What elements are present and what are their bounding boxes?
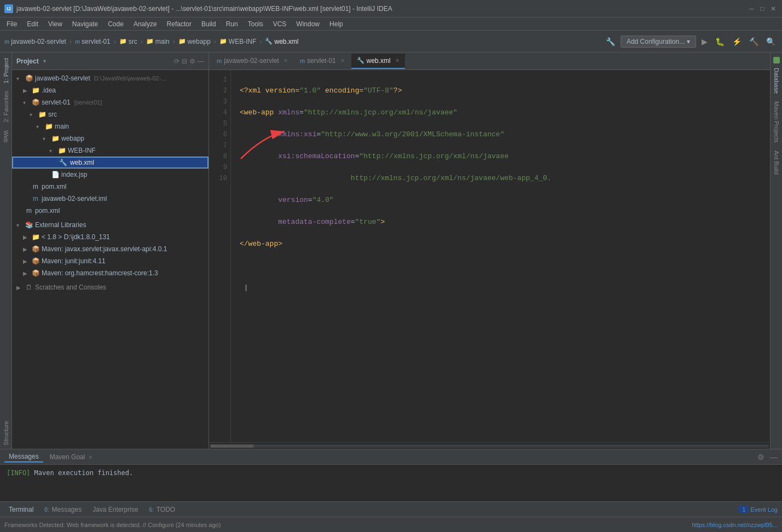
- tab-close-1[interactable]: ✕: [340, 57, 345, 63]
- collapse-all-icon[interactable]: ⊟: [182, 57, 187, 65]
- vtab-favorites[interactable]: 2: Favorites: [1, 88, 11, 125]
- bottom-tab-messages[interactable]: Messages: [4, 452, 43, 462]
- hide-icon[interactable]: —: [198, 57, 204, 65]
- status-url[interactable]: https://blog.csdn.net/nzzwpl95...: [692, 522, 778, 528]
- tab-servlet01[interactable]: m servlet-01 ✕: [294, 54, 350, 69]
- menu-navigate[interactable]: Navigate: [68, 19, 102, 29]
- indexjsp-icon: 📄: [51, 171, 60, 178]
- tree-item-servlet01[interactable]: ▾ 📦 servlet-01 [servlet01]: [12, 96, 208, 108]
- bottom-panel: Messages Maven Goal ✕ ⚙ — [INFO] Maven e…: [0, 449, 782, 501]
- breadcrumb-main[interactable]: 📁 main: [146, 38, 170, 45]
- menu-file[interactable]: File: [2, 19, 21, 29]
- tab-close-2[interactable]: ✕: [395, 57, 399, 63]
- menu-bar: File Edit View Navigate Code Analyze Ref…: [0, 18, 782, 31]
- idea-folder-icon: 📁: [31, 86, 40, 94]
- tree-item-scratches[interactable]: ▶ 🗒 Scratches and Consoles: [12, 281, 208, 293]
- tree-item-webxml[interactable]: 🔧 web.xml: [12, 157, 208, 169]
- vtab-ant[interactable]: Ant Build: [772, 147, 781, 178]
- vtab-structure[interactable]: Structure: [1, 418, 11, 449]
- menu-run[interactable]: Run: [222, 19, 242, 29]
- sync-icon[interactable]: ⟳: [174, 57, 179, 65]
- tree-item-webapp[interactable]: ▾ 📁 webapp: [12, 132, 208, 144]
- breadcrumb-project[interactable]: m javaweb-02-servlet: [4, 38, 66, 45]
- jdk-icon: 📁: [31, 233, 40, 241]
- project-panel: Project ▾ ⟳ ⊟ ⚙ — ▾ 📦 javaweb-02-servlet…: [12, 53, 209, 449]
- horizontal-scrollbar[interactable]: [209, 442, 770, 449]
- minimize-button[interactable]: ─: [747, 4, 756, 13]
- code-editor[interactable]: 1 2 3 4 5 6 7 8 9 10 <?xml version="1.0"…: [209, 70, 770, 442]
- menu-window[interactable]: Window: [292, 19, 324, 29]
- bottom-tab-maven[interactable]: Maven Goal ✕: [45, 452, 97, 462]
- close-button[interactable]: ✕: [769, 4, 778, 13]
- footer-tab-java-enterprise[interactable]: Java Enterprise: [88, 505, 142, 514]
- tree-item-webinf[interactable]: ▾ 📁 WEB-INF: [12, 144, 208, 157]
- profile-button[interactable]: ⚡: [730, 36, 744, 47]
- code-content[interactable]: <?xml version="1.0" encoding="UTF-8"?> <…: [231, 70, 770, 442]
- extlibs-icon: 📚: [25, 221, 33, 229]
- bottom-tabs: Messages Maven Goal ✕ ⚙ —: [0, 449, 782, 465]
- tree-item-src[interactable]: ▾ 📁 src: [12, 108, 208, 120]
- vtab-database[interactable]: Database: [772, 65, 781, 97]
- webxml-tree-icon: 🔧: [59, 159, 67, 166]
- tab-webxml[interactable]: 🔧 web.xml ✕: [351, 54, 405, 69]
- tree-item-maven2[interactable]: ▶ 📦 Maven: junit:junit:4.11: [12, 255, 208, 267]
- breadcrumb-webapp[interactable]: 📁 webapp: [178, 38, 211, 45]
- title-bar: IJ javaweb-02-servlet [D:\JavaWeb\javawe…: [0, 0, 782, 18]
- project-dropdown-arrow[interactable]: ▾: [43, 58, 46, 64]
- breadcrumb-src[interactable]: 📁 src: [119, 38, 137, 45]
- tree-item-idea[interactable]: ▶ 📁 .idea: [12, 84, 208, 96]
- project-panel-title: Project: [16, 57, 39, 65]
- toolbar-search[interactable]: 🔍: [764, 36, 778, 47]
- pom1-icon: m: [31, 183, 40, 190]
- vtab-web[interactable]: Web: [2, 127, 10, 146]
- tree-item-maven1[interactable]: ▶ 📦 Maven: javax.servlet:javax.servlet-a…: [12, 243, 208, 255]
- bottom-minimize-icon[interactable]: —: [770, 453, 778, 461]
- maven1-icon: 📦: [31, 245, 40, 253]
- project-icon: m: [4, 38, 9, 45]
- menu-vcs[interactable]: VCS: [269, 19, 291, 29]
- line-numbers: 1 2 3 4 5 6 7 8 9 10: [209, 70, 231, 442]
- settings-icon[interactable]: ⚙: [189, 57, 195, 65]
- tab-root-project[interactable]: m javaweb-02-servlet ✕: [211, 54, 293, 69]
- menu-refactor[interactable]: Refactor: [163, 19, 196, 29]
- tree-item-pom1[interactable]: m pom.xml: [12, 181, 208, 193]
- toolbar: m javaweb-02-servlet › m servlet-01 › 📁 …: [0, 31, 782, 53]
- tree-item-indexjsp[interactable]: 📄 index.jsp: [12, 169, 208, 181]
- menu-help[interactable]: Help: [325, 19, 347, 29]
- footer-tab-messages[interactable]: 0: Messages: [40, 505, 86, 514]
- tree-item-iml[interactable]: m javaweb-02-servlet.iml: [12, 193, 208, 205]
- tree-item-main[interactable]: ▾ 📁 main: [12, 120, 208, 132]
- menu-edit[interactable]: Edit: [22, 19, 43, 29]
- vtab-project[interactable]: 1: Project: [1, 55, 11, 86]
- menu-tools[interactable]: Tools: [244, 19, 268, 29]
- status-indicator: [773, 57, 780, 63]
- tree-item-pom2[interactable]: m pom.xml: [12, 205, 208, 217]
- menu-code[interactable]: Code: [103, 19, 128, 29]
- vtab-maven[interactable]: Maven Projects: [772, 98, 781, 146]
- footer-tool-tabs: Terminal 0: Messages Java Enterprise 6: …: [0, 501, 782, 517]
- webapp-folder-icon: 📁: [178, 38, 186, 45]
- maven-tab-close[interactable]: ✕: [88, 454, 92, 460]
- build-button[interactable]: 🔨: [747, 36, 761, 47]
- maximize-button[interactable]: □: [758, 4, 767, 13]
- tree-item-root[interactable]: ▾ 📦 javaweb-02-servlet D:\JavaWeb\javawe…: [12, 72, 208, 84]
- tree-item-maven3[interactable]: ▶ 📦 Maven: org.hamcrest:hamcrest-core:1.…: [12, 267, 208, 279]
- menu-build[interactable]: Build: [197, 19, 221, 29]
- app-icon: IJ: [4, 4, 13, 13]
- tree-item-jdk[interactable]: ▶ 📁 < 1.8 > D:\jdk1.8.0_131: [12, 231, 208, 243]
- menu-view[interactable]: View: [44, 19, 67, 29]
- tab-close-0[interactable]: ✕: [283, 57, 288, 63]
- bottom-settings-icon[interactable]: ⚙: [757, 453, 764, 461]
- footer-tab-terminal[interactable]: Terminal: [4, 505, 38, 514]
- debug-button[interactable]: 🐛: [713, 36, 727, 47]
- breadcrumb-servlet01[interactable]: m servlet-01: [75, 38, 111, 45]
- run-button[interactable]: ▶: [699, 36, 710, 47]
- breadcrumb-webinf[interactable]: 📁 WEB-INF: [219, 38, 257, 45]
- event-log-badge[interactable]: 1 Event Log: [739, 506, 778, 513]
- footer-tab-todo[interactable]: 6: TODO: [145, 505, 180, 514]
- add-configuration-button[interactable]: Add Configuration... ▾: [621, 36, 696, 48]
- breadcrumb-webxml[interactable]: 🔧 web.xml: [265, 38, 298, 45]
- tree-item-extlibs[interactable]: ▾ 📚 External Libraries: [12, 219, 208, 231]
- iml-icon: m: [31, 195, 40, 203]
- menu-analyze[interactable]: Analyze: [129, 19, 161, 29]
